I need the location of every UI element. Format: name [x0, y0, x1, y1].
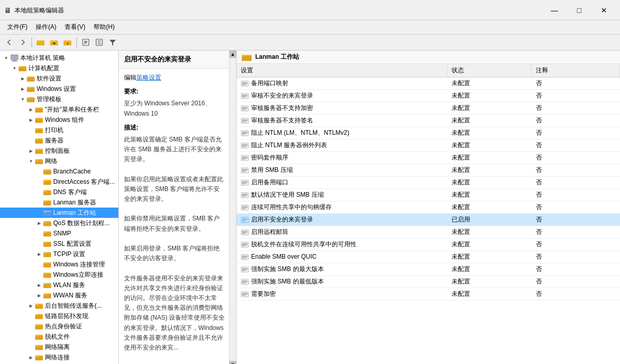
tree-item-wlan[interactable]: ▶ WLAN 服务: [0, 280, 118, 290]
tree-item-server[interactable]: ▶ 服务器: [0, 135, 118, 146]
setting-name: 启用备用端口: [251, 179, 288, 186]
setting-status: 未配置: [447, 239, 532, 251]
table-row[interactable]: 审核服务器不支持签名未配置否: [237, 115, 620, 127]
setting-comment: 否: [532, 239, 620, 251]
windows-instant-conn-icon: [43, 271, 52, 278]
tree-item-windows-instant-conn[interactable]: ▶ Windows立即连接: [0, 270, 118, 280]
table-row[interactable]: 审核不安全的来宾登录未配置否: [237, 90, 620, 102]
toolbar-folder3[interactable]: [61, 36, 74, 49]
wlan-icon: [43, 281, 52, 289]
table-row[interactable]: 阻止 NTLM (LM、NTLM、NTLMv2)未配置否: [237, 127, 620, 139]
tree-item-bg-transfer[interactable]: ▶ 后台智能传送服务(...: [0, 300, 118, 311]
tree-item-offline-files[interactable]: ▶ 脱机文件: [0, 331, 118, 342]
toolbar-props[interactable]: [80, 36, 92, 49]
svg-rect-26: [19, 66, 22, 68]
tree-item-printer[interactable]: ▶ 打印机: [0, 125, 118, 135]
server-icon: [35, 137, 43, 144]
toolbar-list[interactable]: [93, 36, 105, 49]
path-folder-icon: [242, 53, 252, 61]
tree-item-admin-templates[interactable]: ▼ 管理模板: [0, 94, 118, 104]
setting-name-cell: 脱机文件在连续可用性共享中的可用性: [237, 239, 447, 251]
tree-item-control-panel[interactable]: ▶ 控制面板: [0, 146, 118, 156]
tree-item-start-menu[interactable]: ▶ "开始"菜单和任务栏: [0, 104, 118, 115]
back-button[interactable]: [3, 36, 16, 49]
svg-rect-73: [43, 232, 51, 236]
tree-item-computer-config[interactable]: ▼ 计算机配置: [0, 63, 118, 73]
tree-item-network[interactable]: ▼ 网络: [0, 156, 118, 166]
svg-rect-74: [43, 231, 47, 233]
table-row[interactable]: Enable SMB over QUIC未配置否: [237, 251, 620, 263]
setting-name-cell: 审核服务器不支持签名: [237, 115, 447, 127]
forward-button[interactable]: [17, 36, 29, 49]
tree-item-lanman-server[interactable]: ▶ Lanman 服务器: [0, 197, 118, 208]
menu-action[interactable]: 操作(A): [32, 21, 60, 33]
tree-item-root[interactable]: ▼ 本地计算机 策略: [0, 53, 118, 63]
network-conn-expand: ▶: [27, 353, 35, 361]
setting-comment: 否: [532, 201, 620, 214]
table-row[interactable]: 默认情况下使用 SMB 压缩未配置否: [237, 189, 620, 201]
tree-item-windows-conn-manager[interactable]: ▶ Windows 连接管理: [0, 259, 118, 270]
menu-file[interactable]: 文件(F): [3, 21, 32, 33]
tree-item-wwan[interactable]: ▶ WWAN 服务: [0, 290, 118, 300]
windows-settings-expand: ▶: [19, 85, 27, 93]
tree-item-ssl-config[interactable]: ▶ SSL 配置设置: [0, 239, 118, 249]
tree-item-network-isolation[interactable]: ▶ 网络隔离: [0, 342, 118, 352]
tree-item-branchcache[interactable]: ▶ BranchCache: [0, 166, 118, 177]
svg-rect-98: [35, 314, 38, 315]
table-row[interactable]: 需要加密未配置否: [237, 288, 620, 300]
table-row[interactable]: 禁用 SMB 压缩未配置否: [237, 164, 620, 177]
setting-row-icon: [241, 291, 249, 298]
table-row[interactable]: 连续可用性共享中的句柄缓存未配置否: [237, 201, 620, 214]
ssl-config-icon: [43, 240, 52, 247]
svg-rect-44: [35, 128, 38, 130]
tree-item-lanman-workstation[interactable]: ▶ Lanman 工作站: [0, 208, 118, 218]
toolbar-filter[interactable]: [106, 36, 119, 49]
offline-files-icon: [35, 333, 43, 340]
desc-link-prefix: 编辑: [124, 74, 136, 81]
computer-config-expand: ▼: [10, 64, 19, 72]
tree-item-hotspot-auth[interactable]: ▶ 热点身份验证: [0, 321, 118, 331]
tree-item-network-conn[interactable]: ▶ 网络连接: [0, 352, 118, 362]
tree-item-snmp[interactable]: ▶ SNMP: [0, 228, 118, 239]
table-row[interactable]: 密码套件顺序未配置否: [237, 152, 620, 164]
table-row[interactable]: 脱机文件在连续可用性共享中的可用性未配置否: [237, 239, 620, 251]
tree-item-dns-client[interactable]: ▶ DNS 客户端: [0, 187, 118, 197]
tree-item-windows-settings[interactable]: ▶ Windows 设置: [0, 84, 118, 94]
start-menu-icon: [35, 106, 43, 113]
table-row[interactable]: 审核服务器不支持加密未配置否: [237, 102, 620, 115]
setting-name-cell: 默认情况下使用 SMB 压缩: [237, 189, 447, 201]
network-icon: [35, 157, 43, 165]
svg-rect-76: [43, 243, 51, 247]
windows-conn-manager-icon: [43, 261, 52, 268]
setting-name: Enable SMB over QUIC: [251, 253, 317, 260]
svg-rect-109: [35, 356, 43, 360]
table-row[interactable]: 阻止 NTLM 服务器例外列表未配置否: [237, 139, 620, 152]
setting-name: 启用不安全的来宾登录: [251, 216, 313, 223]
minimize-button[interactable]: —: [542, 3, 566, 18]
table-row[interactable]: 强制实施 SMB 的最大版本未配置否: [237, 263, 620, 276]
toolbar-folder2[interactable]: [48, 36, 60, 49]
setting-name-cell: 审核服务器不支持加密: [237, 102, 447, 115]
tree-item-link-layer[interactable]: ▶ 链路层拓扑发现: [0, 311, 118, 321]
table-row[interactable]: 启用不安全的来宾登录已启用否: [237, 214, 620, 226]
close-button[interactable]: ✕: [592, 3, 616, 18]
main-layout: ▼ 本地计算机 策略 ▼ 计算机配置 ▶ 软件设置 ▶ Windows 设置: [0, 51, 620, 364]
tree-item-tcpip[interactable]: ▶ TCPIP 设置: [0, 249, 118, 259]
table-row[interactable]: 备用端口映射未配置否: [237, 77, 620, 90]
menu-view[interactable]: 查看(V): [60, 21, 89, 33]
svg-marker-20: [110, 40, 116, 45]
menu-help[interactable]: 帮助(H): [89, 21, 119, 33]
table-row[interactable]: 启用远程邮筒未配置否: [237, 226, 620, 239]
wwan-expand: ▶: [35, 291, 43, 299]
tree-item-directaccess[interactable]: ▶ DirectAccess 客户端...: [0, 177, 118, 187]
tree-item-qos[interactable]: ▶ QoS 数据包计划程...: [0, 218, 118, 228]
toolbar-folder1[interactable]: [35, 36, 47, 49]
table-row[interactable]: 强制实施 SMB 的最低版本未配置否: [237, 276, 620, 288]
desc-scrollbar[interactable]: ▲ ▼: [229, 51, 236, 364]
table-row[interactable]: 启用备用端口未配置否: [237, 177, 620, 189]
tree-item-software-settings[interactable]: ▶ 软件设置: [0, 73, 118, 84]
desc-edit-link[interactable]: 策略设置: [136, 74, 161, 81]
maximize-button[interactable]: □: [567, 3, 591, 18]
tree-item-windows-components[interactable]: ▶ Windows 组件: [0, 115, 118, 125]
setting-name-cell: 密码套件顺序: [237, 152, 447, 164]
